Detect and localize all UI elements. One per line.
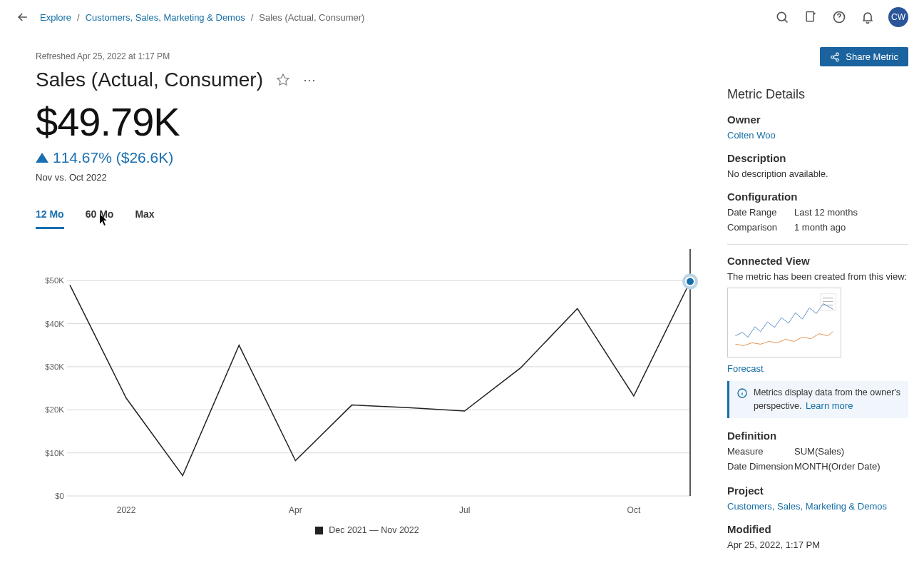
breadcrumb: Explore / Customers, Sales, Marketing & … [40,12,364,23]
page-title: Sales (Actual, Consumer) [36,69,263,91]
metric-delta: 114.67% ($26.6K) [36,149,699,166]
svg-text:2022: 2022 [117,505,136,515]
svg-text:$40K: $40K [45,320,64,328]
breadcrumb-sep: / [251,12,254,23]
date-dim-key: Date Dimension [727,461,794,472]
notifications-icon[interactable] [860,9,876,25]
connected-view-thumbnail[interactable] [727,288,841,358]
more-actions-icon[interactable]: ⋯ [303,73,317,87]
svg-text:Oct: Oct [627,505,641,515]
breadcrumb-current: Sales (Actual, Consumer) [259,12,364,23]
comparison-value: 1 month ago [794,222,846,233]
svg-text:Apr: Apr [289,505,302,515]
legend-swatch [315,527,323,534]
svg-text:$30K: $30K [45,362,64,371]
svg-text:$10K: $10K [45,449,64,457]
range-tab-60mo[interactable]: 60 Mo [86,208,114,229]
back-arrow-icon[interactable] [16,10,30,24]
breadcrumb-folder[interactable]: Customers, Sales, Marketing & Demos [86,12,245,23]
project-link[interactable]: Customers, Sales, Marketing & Demos [727,501,908,512]
learn-more-link[interactable]: Learn more [806,400,853,411]
chart-legend: Dec 2021 — Nov 2022 [36,525,699,535]
measure-value: SUM(Sales) [794,446,844,457]
user-avatar[interactable]: CW [888,7,908,27]
range-tab-max[interactable]: Max [135,208,154,229]
sidebar-heading: Metric Details [727,87,908,102]
search-icon[interactable] [774,9,790,25]
owner-link[interactable]: Colten Woo [727,130,908,141]
connected-view-label: Connected View [727,255,908,267]
svg-point-5 [836,59,839,61]
metric-details-panel: Metric Details Owner Colten Woo Descript… [727,34,908,550]
divider [727,244,908,245]
svg-point-0 [777,12,786,21]
svg-point-3 [836,53,839,56]
up-triangle-icon [36,153,48,163]
help-icon[interactable] [831,9,847,25]
connected-view-desc: The metric has been created from this vi… [727,271,908,282]
measure-key: Measure [727,446,794,457]
range-tab-12mo[interactable]: 12 Mo [36,208,64,229]
svg-text:$50K: $50K [45,276,64,285]
metric-timeline-chart[interactable]: $0$10K$20K$30K$40K$50K2022AprJulOct [36,242,699,522]
comparison-key: Comparison [727,222,794,233]
date-range-value: Last 12 months [794,207,858,218]
svg-rect-1 [806,12,813,21]
configuration-label: Configuration [727,191,908,203]
breadcrumb-root[interactable]: Explore [40,12,71,23]
owner-label: Owner [727,113,908,126]
date-dim-value: MONTH(Order Date) [794,461,881,472]
connected-view-link[interactable]: Forecast [727,363,908,374]
svg-text:$0: $0 [55,492,64,500]
description-value: No description available. [727,168,908,179]
comparison-label: Nov vs. Oct 2022 [36,172,699,183]
svg-rect-25 [821,294,836,311]
modified-value: Apr 25, 2022, 1:17 PM [727,539,908,550]
metric-value: $49.79K [36,98,699,145]
info-icon [736,387,748,399]
definition-label: Definition [727,430,908,442]
modified-label: Modified [727,523,908,535]
description-label: Description [727,152,908,164]
share-icon [830,52,840,62]
svg-text:$20K: $20K [45,405,64,414]
refreshed-timestamp: Refreshed Apr 25, 2022 at 1:17 PM [36,51,699,61]
svg-text:Jul: Jul [459,505,470,515]
breadcrumb-sep: / [77,12,80,23]
svg-point-24 [686,277,694,285]
favorite-star-icon[interactable] [276,73,290,87]
svg-point-4 [831,56,834,59]
date-range-key: Date Range [727,207,794,218]
info-banner: Metrics display data from the owner's pe… [727,381,908,418]
project-label: Project [727,485,908,497]
share-metric-button[interactable]: Share Metric [820,47,908,66]
new-item-icon[interactable] [803,9,818,25]
